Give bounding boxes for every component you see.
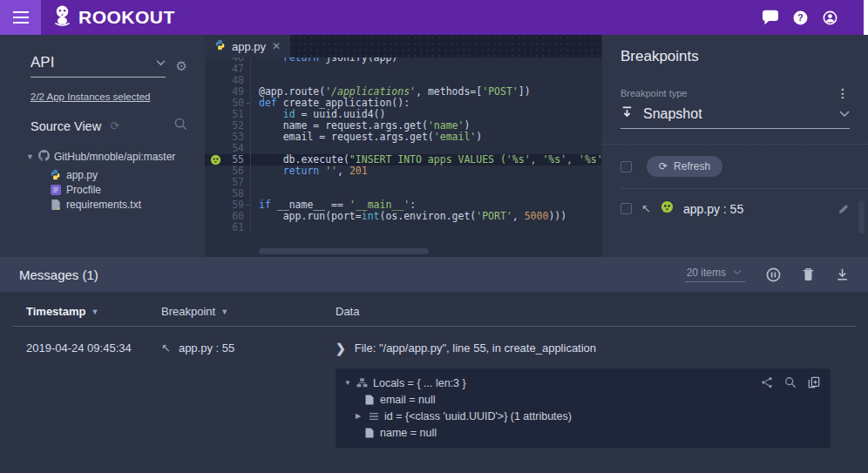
app-instances-link[interactable]: 2/2 App Instances selected [31, 91, 150, 102]
variable-text: email = null [380, 394, 436, 406]
locals-variable-row[interactable]: name = null [344, 424, 822, 441]
breakpoint-location: app.py : 55 [683, 202, 743, 216]
breakpoint-type-select[interactable]: Snapshot [620, 105, 850, 129]
code-text: app.run(port=int(os.environ.get('PORT', … [250, 211, 601, 222]
edit-breakpoint-icon[interactable] [837, 203, 850, 215]
tree-item-app-py[interactable]: app.py [50, 167, 205, 182]
sort-icon: ▼ [91, 307, 98, 316]
svg-text:?: ? [797, 12, 804, 23]
source-tree-files: app.pyProcfilerequirements.txt [50, 167, 205, 212]
message-row[interactable]: 2019-04-24 09:45:34 ↖ app.py : 55 ❯ File… [12, 327, 856, 355]
search-icon[interactable] [174, 118, 187, 134]
horizontal-scrollbar[interactable] [259, 248, 429, 254]
goto-source-icon[interactable]: ↖ [641, 202, 651, 215]
sitemap-icon [356, 378, 368, 388]
tree-item-requirements-txt[interactable]: requirements.txt [50, 197, 205, 212]
message-timestamp: 2019-04-24 09:45:34 [26, 341, 161, 355]
refresh-sources-icon[interactable]: ⟳ [110, 119, 119, 132]
sort-icon: ▼ [220, 307, 228, 316]
goto-source-icon[interactable]: ↖ [161, 341, 171, 355]
code-editor: app.py ✕ 46 return jsonify(app)474849@ap… [205, 35, 601, 257]
rookout-breakpoint-icon[interactable] [210, 154, 221, 166]
textfile-icon [50, 199, 61, 210]
pause-messages-icon[interactable] [766, 267, 781, 282]
expand-caret-icon[interactable]: ▶ [356, 412, 363, 420]
tab-label: app.py [232, 40, 266, 53]
message-breakpoint: ↖ app.py : 55 [161, 341, 336, 355]
page-icon [363, 395, 375, 405]
editor-tab-bar: app.py ✕ [205, 35, 601, 57]
code-line[interactable]: 61 [205, 222, 601, 233]
rookout-bird-icon [52, 4, 72, 31]
share-icon[interactable] [761, 376, 773, 389]
file-name: app.py [66, 169, 98, 181]
collapse-caret-icon[interactable]: ▼ [26, 152, 34, 161]
expand-caret-icon[interactable]: ❯ [336, 342, 346, 355]
locals-variable-row[interactable]: email = null [344, 391, 822, 408]
gear-icon[interactable]: ⚙ [176, 59, 187, 72]
chevron-down-icon [156, 60, 166, 66]
select-all-checkbox[interactable] [620, 161, 632, 172]
top-bar: ROOKOUT ? [0, 0, 868, 35]
refresh-button[interactable]: ⟳ Refresh [647, 156, 722, 177]
code-line[interactable]: 53 email = request.args.get('email') [205, 132, 601, 143]
account-icon[interactable] [822, 10, 838, 26]
code-line[interactable]: 56 return '', 201 [205, 166, 601, 177]
source-tree: ▼ GitHub/mnoble/api:master app.pyProcfil… [26, 150, 205, 212]
repo-root-node[interactable]: ▼ GitHub/mnoble/api:master [26, 150, 205, 164]
close-tab-icon[interactable]: ✕ [272, 40, 281, 52]
column-timestamp[interactable]: Timestamp▼ [26, 305, 161, 318]
procfile-icon [50, 184, 61, 195]
vertical-scrollbar[interactable] [858, 200, 865, 233]
source-view-label: Source View [31, 119, 101, 133]
code-line[interactable]: 47 [205, 64, 601, 75]
repo-root-label: GitHub/mnoble/api:master [54, 151, 175, 163]
collapse-caret-icon[interactable]: ▼ [344, 379, 351, 387]
code-line[interactable]: 57 [205, 177, 601, 188]
refresh-icon: ⟳ [659, 160, 668, 172]
messages-title: Messages (1) [19, 267, 98, 282]
delete-messages-icon[interactable] [802, 267, 815, 281]
page-size-select[interactable]: 20 items [685, 267, 745, 282]
window-edge [864, 0, 868, 35]
code-line[interactable]: 60 app.run(port=int(os.environ.get('PORT… [205, 211, 601, 222]
list-icon [368, 412, 379, 421]
code-text: return '', 201 [250, 166, 601, 177]
github-icon [38, 150, 50, 164]
locals-actions [761, 376, 820, 389]
variable-text: name = null [380, 427, 437, 439]
page-size-value: 20 items [687, 267, 726, 279]
chevron-down-icon [839, 111, 850, 118]
rookout-breakpoint-icon [661, 200, 674, 217]
copy-to-clipboard-icon[interactable] [808, 376, 820, 389]
messages-header: Messages (1) 20 items [0, 257, 868, 292]
line-number[interactable]: 61 [205, 222, 250, 233]
fold-marker-icon[interactable]: - [245, 98, 250, 109]
column-breakpoint[interactable]: Breakpoint▼ [161, 305, 336, 318]
chat-icon[interactable] [762, 10, 779, 25]
code-text: email = request.args.get('email') [250, 132, 601, 143]
code-text [250, 222, 601, 233]
file-name: Procfile [66, 184, 101, 196]
menu-button[interactable] [0, 0, 41, 35]
download-messages-icon[interactable] [836, 267, 849, 281]
code-line[interactable]: 46 return jsonify(app) [205, 57, 601, 64]
snapshot-icon [620, 105, 634, 122]
code-text: return jsonify(app) [250, 57, 601, 64]
breakpoint-checkbox[interactable] [620, 203, 632, 214]
code-area[interactable]: 46 return jsonify(app)474849@app.route('… [205, 57, 601, 257]
tree-item-Procfile[interactable]: Procfile [50, 182, 205, 197]
breakpoint-row[interactable]: ↖ app.py : 55 [620, 189, 850, 228]
help-icon[interactable]: ? [792, 10, 809, 26]
kebab-menu-icon[interactable]: ⋮ [837, 87, 849, 99]
tab-app-py[interactable]: app.py ✕ [205, 35, 290, 57]
fold-marker-icon[interactable]: - [245, 199, 250, 211]
breakpoint-type-value: Snapshot [643, 106, 702, 122]
app-select[interactable]: API [31, 54, 166, 78]
main-content: API ⚙ 2/2 App Instances selected Source … [0, 35, 868, 257]
breakpoint-type-row: Breakpoint type ⋮ [620, 87, 849, 99]
python-icon [50, 169, 61, 180]
locals-variable-row[interactable]: ▶id = {<class 'uuid.UUID'>} (1 attribute… [344, 408, 822, 424]
search-locals-icon[interactable] [784, 376, 797, 389]
locals-root-row[interactable]: ▼Locals = { ... len:3 } [344, 375, 822, 391]
